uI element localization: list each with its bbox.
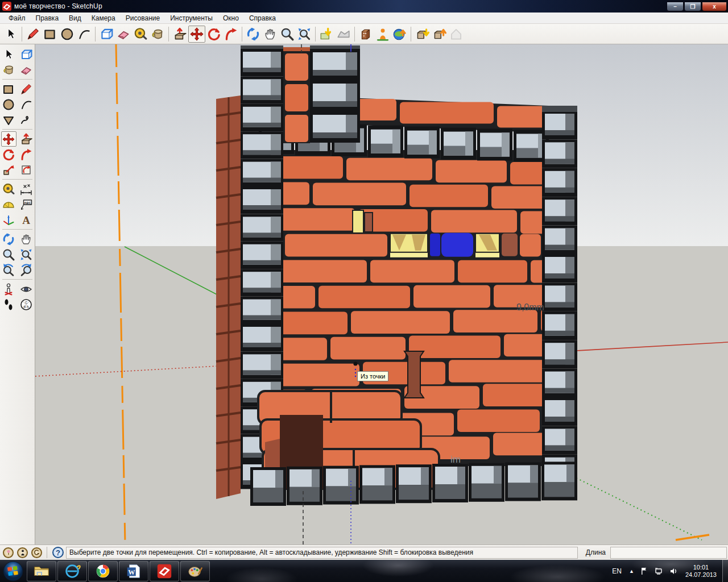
toolbar-circle-button[interactable] [59, 26, 76, 43]
taskbar-explorer-button[interactable] [27, 561, 56, 581]
toolbar-separator [354, 27, 355, 41]
toolbar-zoom-button[interactable] [279, 26, 296, 43]
show-desktop-button[interactable] [722, 560, 728, 582]
palette-eraser-button[interactable] [19, 62, 34, 77]
palette-rectangle-button[interactable] [1, 81, 16, 97]
start-button[interactable] [2, 560, 24, 582]
palette-zoom-next-button[interactable] [19, 262, 34, 277]
palette-offset-button[interactable] [19, 162, 34, 177]
toolbar-paint-bucket-button[interactable] [149, 26, 166, 43]
menu-item-file[interactable]: Файл [3, 13, 31, 23]
model-canvas[interactable]: 9,0mmim [35, 44, 728, 544]
palette-look-around-button[interactable] [19, 281, 34, 297]
taskbar-sketchup-button[interactable] [150, 561, 179, 581]
taskbar-paint-button[interactable] [180, 561, 210, 581]
restore-button[interactable]: ❐ [684, 2, 701, 11]
taskbar-word-button[interactable]: W [119, 561, 148, 581]
palette-zoom-previous-button[interactable] [1, 262, 16, 277]
language-indicator[interactable]: EN [612, 567, 622, 575]
toolbar-separator [95, 27, 96, 41]
toolbar-push-pull-button[interactable] [171, 26, 188, 43]
toolbar-share-component-button[interactable] [448, 26, 465, 43]
menu-item-camera[interactable]: Камера [86, 13, 121, 23]
toolbar-tape-measure-button[interactable] [132, 26, 149, 43]
palette-separator [2, 79, 32, 80]
toolbar-move-button[interactable] [188, 26, 205, 43]
toolbar-rectangle-button[interactable] [42, 26, 59, 43]
palette-separator [2, 229, 32, 230]
3d-viewport[interactable]: 9,0mmim Из точки [35, 44, 728, 544]
palette-paint-bucket-button[interactable] [1, 62, 16, 77]
logo-icon[interactable] [31, 547, 42, 558]
toolbar-share-model-button[interactable] [431, 26, 448, 43]
toolbar-add-location-button[interactable] [374, 26, 391, 43]
palette-position-camera-button[interactable] [1, 281, 16, 297]
palette-move-button[interactable] [1, 131, 16, 147]
menu-item-edit[interactable]: Правка [31, 13, 64, 23]
toolbar-photo-textures-button[interactable] [357, 26, 374, 43]
toolbar-arc-button[interactable] [76, 26, 93, 43]
palette-line-button[interactable] [19, 81, 34, 97]
palette-rotate-button[interactable] [1, 147, 16, 162]
status-message: Выберите две точки для перемещения. Ctrl… [66, 547, 577, 559]
menu-item-help[interactable]: Справка [244, 13, 281, 23]
sketchup-app-icon [2, 2, 11, 11]
palette-protractor-button[interactable] [1, 197, 16, 212]
volume-icon[interactable] [669, 567, 678, 576]
help-button[interactable]: ? [52, 547, 64, 558]
palette-dimension-button[interactable] [19, 181, 34, 197]
toolbar-rotate-button[interactable] [205, 26, 222, 43]
menu-item-window[interactable]: Окно [218, 13, 244, 23]
toolbar-get-models-button[interactable] [413, 26, 431, 43]
menu-item-draw[interactable]: Рисование [121, 13, 165, 23]
toolbar-eraser-button[interactable] [115, 26, 132, 43]
palette-text-button[interactable]: ABC [19, 197, 34, 212]
palette-pan-button[interactable] [19, 231, 34, 247]
toolbar-make-component-button[interactable] [98, 26, 115, 43]
close-button[interactable]: x [702, 2, 727, 11]
minimize-button[interactable]: – [667, 2, 684, 11]
taskbar-internet-explorer-button[interactable] [57, 561, 87, 581]
menu-item-tools[interactable]: Инструменты [165, 13, 218, 23]
toolbar-select-button[interactable] [2, 26, 19, 43]
toolbar-zoom-extents-button[interactable] [296, 26, 313, 43]
attribution-icon[interactable] [17, 547, 28, 558]
palette-walk-button[interactable] [1, 297, 16, 312]
menu-bar: ФайлПравкаВидКамераРисованиеИнструментыО… [0, 13, 728, 24]
toolbar-line-button[interactable] [24, 26, 42, 43]
clock[interactable]: 10:01 24.07.2013 [685, 564, 717, 579]
palette-push-pull-button[interactable] [19, 131, 34, 147]
action-center-flag-icon[interactable] [640, 567, 648, 575]
svg-text:ABC: ABC [24, 201, 32, 204]
palette-freehand-button[interactable] [19, 112, 34, 127]
palette-follow-me-button[interactable] [19, 147, 34, 162]
palette-polygon-button[interactable] [1, 112, 16, 127]
palette-circle-button[interactable] [1, 97, 16, 112]
hidden-icons-button[interactable]: ▲ [629, 568, 634, 574]
palette-zoom-button[interactable] [1, 247, 16, 262]
measurement-input[interactable] [610, 547, 727, 559]
toolbar-follow-me-button[interactable] [222, 26, 239, 43]
palette-separator [2, 179, 32, 180]
palette-section-plane-button[interactable]: CR-5 [19, 297, 34, 312]
palette-zoom-extents-button[interactable] [19, 247, 34, 262]
network-icon[interactable] [654, 567, 663, 576]
svg-text:R-5: R-5 [24, 305, 29, 309]
toolbar-orbit-button[interactable] [245, 26, 262, 43]
palette-tape-measure-button[interactable] [1, 181, 16, 197]
toolbar-toggle-terrain-button[interactable] [335, 26, 352, 43]
palette-orbit-button[interactable] [1, 231, 16, 247]
geolocation-icon[interactable] [3, 547, 14, 558]
toolbar-google-earth-button[interactable] [391, 26, 408, 43]
palette-3d-text-button[interactable]: A [19, 212, 34, 227]
palette-axes-button[interactable] [1, 212, 16, 227]
taskbar-chrome-button[interactable] [88, 561, 118, 581]
toolbar-get-current-view-button[interactable] [318, 26, 335, 43]
inference-tooltip: Из точки [357, 371, 388, 381]
palette-select-button[interactable] [1, 47, 16, 62]
palette-arc-button[interactable] [19, 97, 34, 112]
menu-item-view[interactable]: Вид [64, 13, 86, 23]
palette-make-component-button[interactable] [19, 47, 34, 62]
toolbar-pan-button[interactable] [262, 26, 279, 43]
palette-scale-button[interactable] [1, 162, 16, 177]
